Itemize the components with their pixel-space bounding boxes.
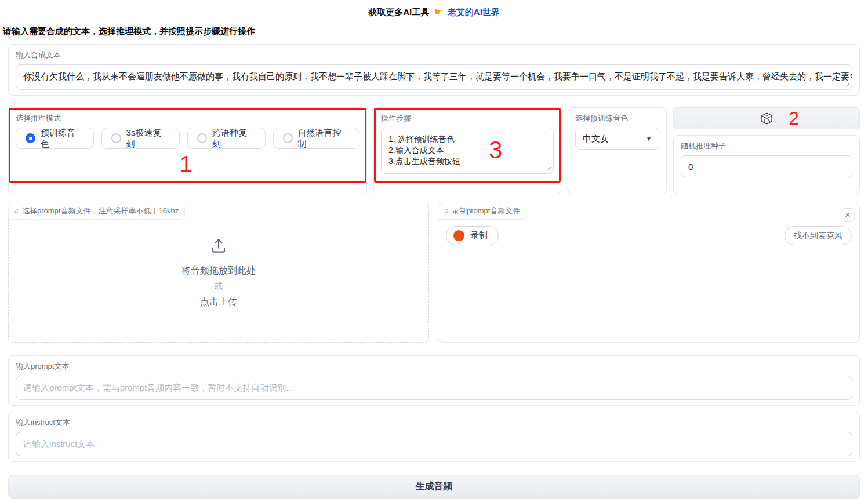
- prompt-text-block: 输入prompt文本: [8, 355, 860, 406]
- radio-unselected-icon: [283, 133, 293, 143]
- prompt-text-label: 输入prompt文本: [16, 361, 852, 372]
- annotation-number-1: 1: [180, 153, 192, 175]
- dice-icon: [761, 112, 772, 125]
- tts-text-block: 输入合成文本 你没有欠我什么，我从来不会逼朋友做他不愿做的事，我有我自己的原则，…: [8, 44, 860, 96]
- page-header: 获取更多AI工具 ☛ 老艾的AI世界: [0, 0, 868, 18]
- upload-icon: [210, 237, 227, 254]
- radio-label: 自然语言控制: [298, 128, 350, 150]
- instruct-text-block: 输入instruct文本: [8, 412, 860, 462]
- record-label-text: 录制prompt音频文件: [452, 206, 520, 216]
- site-link[interactable]: 老艾的AI世界: [448, 7, 500, 17]
- voice-dropdown-value: 中文女: [583, 133, 609, 144]
- voice-dropdown[interactable]: 中文女 ▼: [575, 128, 659, 150]
- radio-unselected-icon: [197, 133, 207, 143]
- instruction-text: 请输入需要合成的文本，选择推理模式，并按照提示步骤进行操作: [0, 18, 868, 37]
- steps-textarea[interactable]: 1. 选择预训练音色 2.输入合成文本 3.点击生成音频按钮: [381, 128, 554, 174]
- header-text: 获取更多AI工具: [368, 7, 429, 17]
- radio-pretrained-voice[interactable]: 预训练音色: [16, 128, 94, 149]
- inference-mode-block: 选择推理模式 预训练音色 3s极速复刻 跨语种复刻 自然语言控制: [8, 107, 367, 194]
- upload-label-text: 选择prompt音频文件，注意采样率不低于16khz: [22, 206, 179, 216]
- radio-label: 3s极速复刻: [126, 128, 170, 150]
- voice-select-label: 选择预训练音色: [575, 113, 659, 123]
- close-icon[interactable]: ×: [841, 208, 855, 222]
- random-seed-button[interactable]: 2: [673, 107, 860, 129]
- voice-select-block: 选择预训练音色 中文女 ▼: [568, 107, 667, 194]
- tts-text-label: 输入合成文本: [16, 50, 852, 60]
- music-note-icon: ♫: [443, 207, 448, 215]
- chevron-down-icon: ▼: [646, 136, 652, 142]
- no-microphone-button[interactable]: 找不到麦克风: [785, 226, 852, 245]
- inference-mode-label: 选择推理模式: [16, 113, 359, 123]
- radio-label: 预训练音色: [41, 128, 84, 150]
- instruct-text-input[interactable]: [16, 432, 852, 456]
- prompt-audio-upload-panel[interactable]: ♫ 选择prompt音频文件，注意采样率不低于16khz 将音频拖放到此处 - …: [8, 203, 429, 343]
- upload-dropzone[interactable]: 将音频拖放到此处 - 或 - 点击上传: [9, 237, 428, 308]
- inference-mode-radio-group: 预训练音色 3s极速复刻 跨语种复刻 自然语言控制: [16, 128, 359, 149]
- drop-hint-text: 将音频拖放到此处: [9, 265, 428, 277]
- radio-label: 跨语种复刻: [212, 128, 256, 150]
- annotation-number-2: 2: [789, 110, 798, 128]
- radio-crosslingual-clone[interactable]: 跨语种复刻: [187, 128, 266, 149]
- audio-row: ♫ 选择prompt音频文件，注意采样率不低于16khz 将音频拖放到此处 - …: [8, 203, 860, 343]
- radio-unselected-icon: [111, 133, 121, 143]
- seed-input[interactable]: [681, 155, 852, 177]
- pointing-hand-icon: ☛: [434, 6, 442, 17]
- instruct-text-label: 输入instruct文本: [16, 417, 852, 428]
- steps-block: 操作步骤 1. 选择预训练音色 2.输入合成文本 3.点击生成音频按钮 3: [373, 107, 561, 194]
- main-container: 输入合成文本 你没有欠我什么，我从来不会逼朋友做他不愿做的事，我有我自己的原则，…: [0, 44, 868, 499]
- prompt-text-input[interactable]: [16, 376, 852, 400]
- radio-selected-icon: [26, 133, 35, 143]
- or-text: - 或 -: [9, 281, 428, 292]
- record-dot-icon: [453, 230, 464, 241]
- prompt-audio-record-panel: ♫ 录制prompt音频文件 × 录制 找不到麦克风: [438, 203, 860, 343]
- seed-column: 2 随机推理种子: [673, 107, 860, 194]
- seed-label: 随机推理种子: [681, 141, 852, 151]
- options-row: 选择推理模式 预训练音色 3s极速复刻 跨语种复刻 自然语言控制: [8, 107, 860, 194]
- annotation-number-3: 3: [489, 138, 502, 162]
- upload-panel-label: ♫ 选择prompt音频文件，注意采样率不低于16khz: [8, 203, 185, 220]
- music-note-icon: ♫: [13, 207, 19, 215]
- record-button[interactable]: 录制: [446, 226, 499, 245]
- record-button-label: 录制: [470, 230, 488, 241]
- steps-label: 操作步骤: [381, 113, 554, 123]
- record-panel-label: ♫ 录制prompt音频文件: [438, 203, 526, 220]
- generate-audio-button[interactable]: 生成音频: [8, 475, 860, 499]
- click-upload-text[interactable]: 点击上传: [9, 296, 428, 308]
- radio-natural-language-control[interactable]: 自然语言控制: [273, 128, 359, 149]
- tts-text-input[interactable]: 你没有欠我什么，我从来不会逼朋友做他不愿做的事，我有我自己的原则，我不想一辈子被…: [16, 64, 852, 90]
- seed-block: 随机推理种子: [673, 135, 860, 194]
- radio-3s-clone[interactable]: 3s极速复刻: [101, 128, 180, 149]
